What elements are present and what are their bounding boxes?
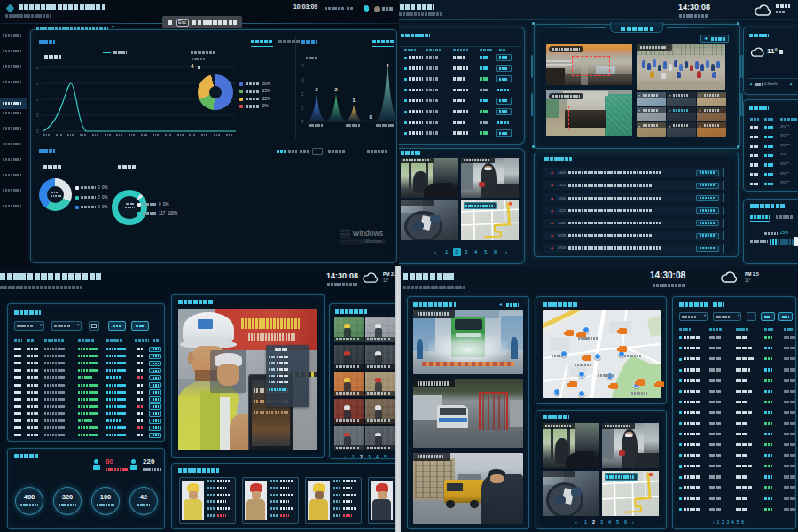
svg-text:0: 0 — [36, 129, 39, 134]
svg-text:0: 0 — [369, 114, 372, 120]
svg-text:2: 2 — [334, 87, 337, 92]
svg-text:0: 0 — [36, 113, 39, 118]
svg-text:1: 1 — [352, 98, 355, 103]
svg-text:3: 3 — [301, 78, 304, 82]
svg-text:2: 2 — [301, 92, 304, 97]
svg-text:0: 0 — [301, 120, 304, 124]
svg-text:4: 4 — [386, 63, 389, 68]
svg-text:2: 2 — [36, 66, 39, 70]
svg-text:1: 1 — [36, 82, 39, 86]
svg-text:2: 2 — [315, 87, 317, 92]
svg-text:1: 1 — [36, 98, 39, 102]
svg-text:1: 1 — [301, 106, 304, 111]
svg-text:4: 4 — [301, 64, 304, 68]
